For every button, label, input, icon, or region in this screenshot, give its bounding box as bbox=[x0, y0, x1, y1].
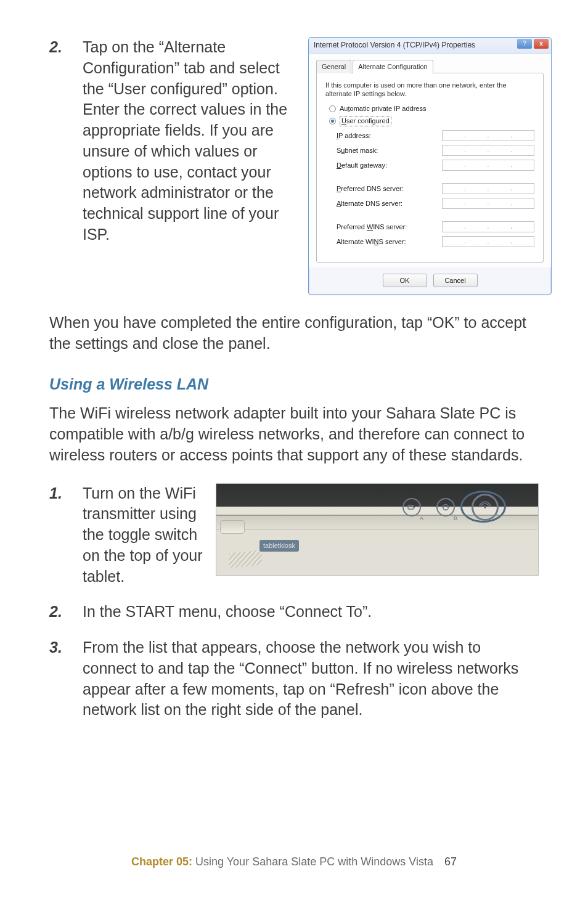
step-2-number: 2. bbox=[49, 37, 83, 295]
radio-icon bbox=[329, 118, 336, 124]
wifi-step-2-block: 2. In the START menu, choose “Connect To… bbox=[49, 602, 539, 622]
wifi-step-3-block: 3. From the list that appears, choose th… bbox=[49, 637, 539, 720]
completion-paragraph: When you have completed the entire confi… bbox=[49, 312, 539, 354]
tab-strip: General Alternate Configuration bbox=[316, 60, 544, 73]
wifi-step-1-number: 1. bbox=[49, 483, 83, 587]
svg-rect-1 bbox=[414, 507, 415, 508]
indicator-icon bbox=[402, 498, 421, 516]
wifi-step-3-number: 3. bbox=[49, 637, 83, 658]
help-icon[interactable]: ? bbox=[517, 39, 532, 49]
footer-chapter: Chapter 05: bbox=[131, 855, 192, 868]
page-footer: Chapter 05: Using Your Sahara Slate PC w… bbox=[0, 855, 588, 868]
field-preferred-dns: Preferred DNS server: ... bbox=[337, 183, 534, 194]
tab-panel: If this computer is used on more than on… bbox=[316, 73, 544, 263]
field-default-gateway: Default gateway: ... bbox=[337, 160, 534, 171]
ok-button[interactable]: OK bbox=[383, 274, 427, 287]
step-2-text: Tap on the “Alternate Configuration” tab… bbox=[83, 37, 296, 295]
svg-rect-0 bbox=[408, 505, 414, 509]
tablet-top-photo: tabletkiosk A B bbox=[216, 483, 539, 576]
radio-user-configured[interactable]: User configured bbox=[329, 116, 534, 126]
wifi-step-1-text: Turn on the WiFi transmitter using the t… bbox=[83, 483, 203, 587]
field-alternate-wins: Alternate WINS server: ... bbox=[337, 236, 534, 247]
step-2-block: 2. Tap on the “Alternate Configuration” … bbox=[49, 37, 539, 295]
wifi-step-2-number: 2. bbox=[49, 602, 83, 622]
close-icon[interactable]: x bbox=[534, 39, 549, 49]
field-subnet-mask: Subnet mask: ... bbox=[337, 145, 534, 156]
radio-automatic[interactable]: Automatic private IP address bbox=[329, 104, 534, 113]
page-content: 2. Tap on the “Alternate Configuration” … bbox=[49, 37, 539, 720]
dialog-titlebar: Internet Protocol Version 4 (TCP/IPv4) P… bbox=[309, 38, 551, 54]
subheading-wireless-lan: Using a Wireless LAN bbox=[49, 374, 539, 395]
footer-title: Using Your Sahara Slate PC with Windows … bbox=[192, 855, 433, 868]
preferred-wins-input[interactable]: ... bbox=[442, 221, 534, 232]
alternate-dns-input[interactable]: ... bbox=[442, 198, 534, 209]
wifi-intro-paragraph: The WiFi wireless network adapter built … bbox=[49, 403, 539, 465]
brand-label: tabletkiosk bbox=[259, 540, 299, 552]
alternate-wins-input[interactable]: ... bbox=[442, 236, 534, 247]
ip-address-input[interactable]: ... bbox=[442, 130, 534, 141]
field-alternate-dns: Alternate DNS server: ... bbox=[337, 198, 534, 209]
preferred-dns-input[interactable]: ... bbox=[442, 183, 534, 194]
wifi-step-2-text: In the START menu, choose “Connect To”. bbox=[83, 602, 539, 622]
subnet-mask-input[interactable]: ... bbox=[442, 145, 534, 156]
ipv4-properties-dialog: Internet Protocol Version 4 (TCP/IPv4) P… bbox=[308, 37, 552, 295]
wifi-toggle-icon bbox=[472, 494, 499, 521]
field-preferred-wins: Preferred WINS server: ... bbox=[337, 221, 534, 232]
dialog-title: Internet Protocol Version 4 (TCP/IPv4) P… bbox=[314, 40, 475, 50]
tab-alternate-configuration[interactable]: Alternate Configuration bbox=[353, 60, 433, 73]
wifi-step-3-text: From the list that appears, choose the n… bbox=[83, 637, 539, 720]
wifi-step-1-block: 1. Turn on the WiFi transmitter using th… bbox=[49, 483, 539, 587]
default-gateway-input[interactable]: ... bbox=[442, 160, 534, 171]
radio-icon bbox=[329, 105, 336, 112]
dialog-hint: If this computer is used on more than on… bbox=[325, 81, 534, 99]
tab-general[interactable]: General bbox=[316, 60, 351, 73]
field-ip-address: IP address: ... bbox=[337, 130, 534, 141]
indicator-icon bbox=[436, 498, 455, 516]
svg-point-3 bbox=[484, 506, 486, 508]
cancel-button[interactable]: Cancel bbox=[433, 274, 478, 287]
footer-page-number: 67 bbox=[444, 855, 457, 868]
